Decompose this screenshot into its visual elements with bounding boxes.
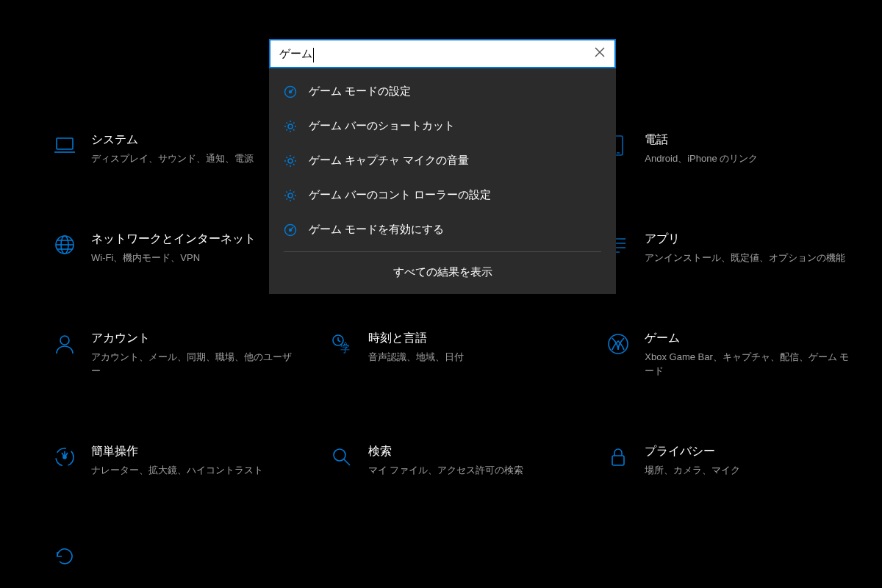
lock-icon [605,444,631,470]
svg-point-18 [609,334,628,354]
svg-point-29 [288,159,293,163]
svg-point-30 [288,193,293,198]
suggestion-label: ゲーム モードを有効にする [309,223,444,237]
tile-desc: 音声認識、地域、日付 [368,351,464,364]
tile-desc: Xbox Game Bar、キャプチャ、配信、ゲーム モード [645,351,853,377]
tile-title: 簡単操作 [91,444,263,459]
gear-icon [284,154,297,168]
tile-desc: Wi-Fi、機内モード、VPN [91,251,256,265]
clear-search-button[interactable] [585,39,614,68]
svg-point-20 [63,456,66,459]
tile-title: 検索 [368,444,524,459]
svg-point-14 [60,336,69,345]
tile-desc: アカウント、メール、同期、職場、他のユーザー [91,351,299,377]
tile-update[interactable] [51,543,299,570]
globe-icon [51,232,78,258]
svg-point-32 [290,229,292,231]
tile-desc: Android、iPhone のリンク [645,152,758,165]
update-icon [51,543,78,570]
suggestion-item[interactable]: ゲーム モードの設定 [269,74,616,109]
gauge-icon [284,223,297,237]
tile-title: ネットワークとインターネット [91,232,256,247]
tile-desc: ディスプレイ、サウンド、通知、電源 [91,152,254,165]
xbox-icon [605,331,631,357]
suggestion-item[interactable]: ゲーム バーのコント ローラーの設定 [269,178,616,212]
gauge-icon [284,85,297,98]
search-icon [329,444,355,470]
suggestion-label: ゲーム キャプチャ マイクの音量 [309,154,469,168]
tile-apps[interactable]: アプリ アンインストール、既定値、オプションの機能 [605,232,853,265]
svg-line-22 [344,459,350,465]
tile-title: 時刻と言語 [368,331,464,346]
tile-phone[interactable]: 電話 Android、iPhone のリンク [605,132,853,165]
tile-system[interactable]: システム ディスプレイ、サウンド、通知、電源 [51,132,299,165]
svg-text:A: A [343,340,348,348]
tile-title: プライバシー [645,444,740,459]
tile-network[interactable]: ネットワークとインターネット Wi-Fi、機内モード、VPN [51,232,299,265]
settings-search-input[interactable] [270,48,585,60]
tile-privacy[interactable]: プライバシー 場所、カメラ、マイク [605,444,853,477]
tile-title: システム [91,132,254,148]
svg-rect-0 [57,138,73,149]
tile-desc: アンインストール、既定値、オプションの機能 [645,251,845,265]
suggestions-list: ゲーム モードの設定 ゲーム バーのショートカット ゲーム キャプチャ マイクの… [269,68,616,247]
person-icon [51,331,78,357]
tile-title: ゲーム [645,331,853,346]
svg-point-21 [334,449,345,461]
close-icon [595,47,605,60]
suggestion-item[interactable]: ゲーム バーのショートカット [269,109,616,143]
tile-title: アプリ [645,232,845,247]
gear-icon [284,120,297,133]
search-bar [269,39,616,68]
tile-title: アカウント [91,331,299,346]
svg-point-27 [290,90,292,93]
time-language-icon: 字A [329,331,355,357]
suggestion-item[interactable]: ゲーム モードを有効にする [269,212,616,247]
tile-desc: マイ ファイル、アクセス許可の検索 [368,464,524,477]
tile-gaming[interactable]: ゲーム Xbox Game Bar、キャプチャ、配信、ゲーム モード [605,331,853,377]
accessibility-icon [51,444,78,470]
tile-title: 電話 [645,132,758,148]
search-suggestions-popup: ゲーム モードの設定 ゲーム バーのショートカット ゲーム キャプチャ マイクの… [269,39,616,294]
tile-accounts[interactable]: アカウント アカウント、メール、同期、職場、他のユーザー [51,331,299,377]
suggestion-label: ゲーム モードの設定 [309,85,411,98]
show-all-results-button[interactable]: すべての結果を表示 [269,252,616,294]
tile-search[interactable]: 検索 マイ ファイル、アクセス許可の検索 [329,444,576,477]
suggestion-label: ゲーム バーのコント ローラーの設定 [309,188,491,202]
suggestion-item[interactable]: ゲーム キャプチャ マイクの音量 [269,143,616,178]
tile-time-language[interactable]: 字A 時刻と言語 音声認識、地域、日付 [329,331,576,377]
tile-desc: ナレーター、拡大鏡、ハイコントラスト [91,464,263,477]
svg-rect-23 [612,456,624,465]
gear-icon [284,189,297,202]
svg-point-28 [288,124,293,129]
tile-ease-of-access[interactable]: 簡単操作 ナレーター、拡大鏡、ハイコントラスト [51,444,299,477]
suggestion-label: ゲーム バーのショートカット [309,119,455,133]
laptop-icon [51,132,78,159]
text-cursor [313,48,314,62]
tile-desc: 場所、カメラ、マイク [645,464,740,477]
